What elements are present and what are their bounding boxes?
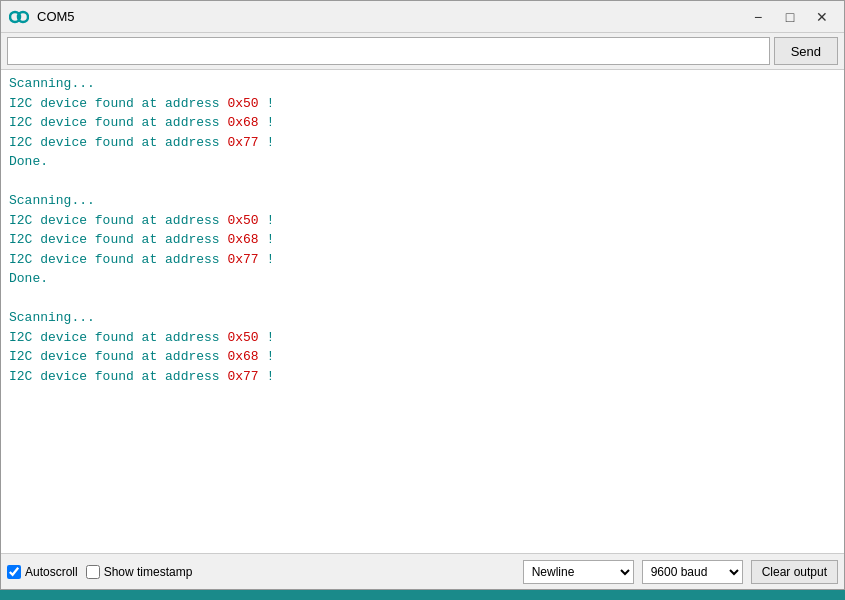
status-bar: Autoscroll Show timestamp Newline No lin… [1, 553, 844, 589]
output-line: Scanning... [9, 308, 836, 328]
arduino-logo [9, 7, 29, 27]
serial-output-area[interactable]: Scanning... I2C device found at address … [1, 70, 844, 553]
autoscroll-checkbox[interactable] [7, 565, 21, 579]
output-line: Scanning... [9, 74, 836, 94]
output-line: I2C device found at address 0x50 ! [9, 94, 836, 114]
output-line: I2C device found at address 0x77 ! [9, 250, 836, 270]
bottom-taskbar [0, 590, 845, 600]
clear-output-button[interactable]: Clear output [751, 560, 838, 584]
newline-select[interactable]: Newline No line ending Carriage return B… [523, 560, 634, 584]
send-button[interactable]: Send [774, 37, 838, 65]
output-line: Done. [9, 269, 836, 289]
output-line: I2C device found at address 0x50 ! [9, 211, 836, 231]
output-line: Done. [9, 152, 836, 172]
timestamp-label[interactable]: Show timestamp [86, 565, 193, 579]
minimize-button[interactable]: − [744, 6, 772, 28]
title-bar: COM5 − □ ✕ [1, 1, 844, 33]
window-title: COM5 [37, 9, 744, 24]
output-line: I2C device found at address 0x77 ! [9, 367, 836, 387]
arduino-serial-monitor-window: COM5 − □ ✕ Send Scanning... I2C device f… [0, 0, 845, 590]
output-line: I2C device found at address 0x77 ! [9, 133, 836, 153]
timestamp-text: Show timestamp [104, 565, 193, 579]
blank-line [9, 289, 836, 309]
close-button[interactable]: ✕ [808, 6, 836, 28]
output-line: I2C device found at address 0x50 ! [9, 328, 836, 348]
serial-input-row: Send [1, 33, 844, 70]
serial-input[interactable] [7, 37, 770, 65]
maximize-button[interactable]: □ [776, 6, 804, 28]
window-controls: − □ ✕ [744, 6, 836, 28]
autoscroll-label[interactable]: Autoscroll [7, 565, 78, 579]
output-line: I2C device found at address 0x68 ! [9, 347, 836, 367]
output-line: I2C device found at address 0x68 ! [9, 113, 836, 133]
output-line: I2C device found at address 0x68 ! [9, 230, 836, 250]
autoscroll-text: Autoscroll [25, 565, 78, 579]
baud-select[interactable]: 300 baud 1200 baud 2400 baud 4800 baud 9… [642, 560, 743, 584]
output-line: Scanning... [9, 191, 836, 211]
timestamp-checkbox[interactable] [86, 565, 100, 579]
blank-line [9, 172, 836, 192]
